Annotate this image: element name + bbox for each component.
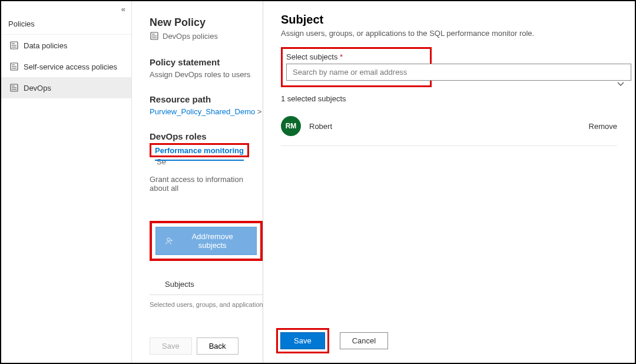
search-input[interactable]	[286, 64, 631, 81]
sidebar-item-data-policies[interactable]: Data policies	[1, 35, 131, 56]
subject-footer: Save Cancel	[276, 328, 388, 353]
collapse-icon[interactable]: «	[1, 5, 131, 16]
subject-desc: Assign users, groups, or applications to…	[281, 29, 617, 38]
sidebar-item-label: Data policies	[24, 41, 67, 50]
page-title: New Policy	[150, 16, 263, 29]
back-button[interactable]: Back	[197, 337, 238, 355]
subjects-note: Selected users, groups, and applications…	[150, 301, 263, 308]
save-policy-button[interactable]: Save	[150, 337, 192, 355]
svg-point-4	[167, 238, 170, 241]
subject-row: RM Robert Remove	[281, 110, 617, 146]
resource-path-sep: >	[255, 107, 263, 116]
policy-statement-title: Policy statement	[150, 57, 263, 67]
sidebar-item-self-service[interactable]: Self-service access policies	[1, 56, 131, 77]
policy-pane: New Policy DevOps policies Policy statem…	[132, 1, 263, 363]
roles-tabs: Performance monitoring Se	[150, 142, 263, 167]
roles-desc: Grant access to information about all	[150, 175, 263, 193]
highlight-select-subjects: Select subjects *	[281, 47, 432, 87]
policy-icon	[9, 62, 19, 71]
add-remove-subjects-button[interactable]: Add/remove subjects	[155, 227, 257, 255]
remove-subject-button[interactable]: Remove	[589, 122, 617, 131]
sidebar-item-label: DevOps	[24, 84, 51, 92]
resource-path-root[interactable]: Purview_Policy_Shared_Demo	[150, 107, 255, 116]
select-subjects-label: Select subjects *	[286, 52, 426, 61]
subjects-header: Subjects	[150, 274, 263, 295]
subject-name: Robert	[309, 122, 589, 131]
sidebar: « Policies Data policies Self-service ac…	[1, 1, 132, 363]
tab-performance-monitoring[interactable]: Performance monitoring	[155, 143, 244, 161]
policy-icon	[150, 31, 159, 41]
highlight-add-remove: Add/remove subjects	[150, 221, 263, 261]
cancel-button[interactable]: Cancel	[340, 332, 388, 349]
save-subject-button[interactable]: Save	[280, 332, 325, 349]
sidebar-item-devops[interactable]: DevOps	[1, 77, 131, 98]
policy-footer: Save Back	[132, 337, 263, 355]
person-icon	[165, 237, 173, 245]
subject-panel: Subject Assign users, groups, or applica…	[263, 1, 635, 363]
add-remove-label: Add/remove subjects	[178, 232, 247, 250]
subject-title: Subject	[281, 13, 617, 27]
resource-path-title: Resource path	[150, 94, 263, 104]
policy-icon	[9, 83, 19, 92]
policy-statement-desc: Assign DevOps roles to users	[150, 70, 263, 79]
sidebar-title: Policies	[1, 16, 131, 35]
devops-roles-title: DevOps roles	[150, 131, 263, 141]
selected-count: 1 selected subjects	[281, 94, 617, 103]
page-subtitle: DevOps policies	[163, 32, 218, 41]
highlight-save: Save	[276, 328, 329, 353]
sidebar-item-label: Self-service access policies	[24, 62, 117, 71]
highlight-performance-tab: Performance monitoring	[150, 143, 249, 157]
app-root: « Policies Data policies Self-service ac…	[0, 0, 636, 364]
resource-path: Purview_Policy_Shared_Demo > rele	[150, 107, 263, 116]
avatar: RM	[281, 116, 301, 136]
policy-icon	[9, 41, 19, 50]
